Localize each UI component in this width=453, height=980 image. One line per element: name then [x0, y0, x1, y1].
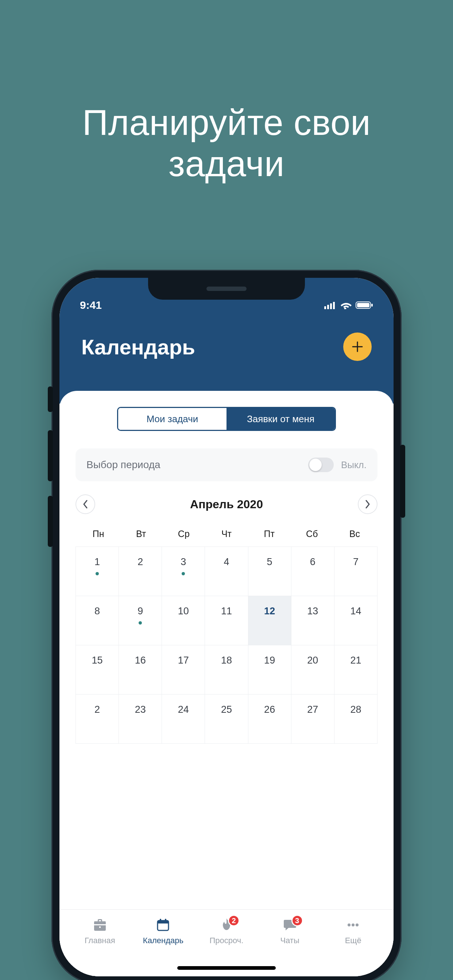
day-number: 6	[310, 556, 316, 568]
calendar-day[interactable]: 19	[248, 645, 292, 695]
segment-my-tasks[interactable]: Мои задачи	[118, 408, 226, 430]
battery-icon	[356, 301, 373, 309]
event-dot	[182, 572, 185, 575]
calendar-day[interactable]: 28	[335, 695, 378, 744]
svg-point-12	[352, 923, 354, 926]
chevron-right-icon	[365, 500, 370, 509]
content-panel: Мои задачи Заявки от меня Выбор периода …	[59, 391, 394, 976]
screen: 9:41 Календарь Мои задачи Заявки от меня	[59, 278, 394, 976]
weekday-label: Сб	[291, 529, 333, 539]
tab-label: Календарь	[143, 936, 183, 945]
calendar-day[interactable]: 25	[205, 695, 248, 744]
calendar-day[interactable]: 1	[76, 547, 119, 596]
day-number: 4	[223, 556, 229, 568]
home-indicator[interactable]	[177, 966, 276, 970]
calendar-day[interactable]: 12	[248, 596, 292, 645]
promo-title: Планируйте свои задачи	[0, 102, 453, 184]
svg-point-11	[348, 923, 351, 926]
side-button-power	[400, 445, 405, 518]
day-number: 26	[264, 704, 275, 715]
day-number: 2	[94, 704, 100, 715]
svg-rect-10	[165, 919, 166, 922]
chevron-left-icon	[83, 500, 88, 509]
calendar-icon	[156, 918, 170, 932]
calendar-day[interactable]: 9	[119, 596, 162, 645]
calendar-day[interactable]: 24	[162, 695, 205, 744]
month-label: Апрель 2020	[190, 498, 263, 511]
svg-rect-1	[327, 305, 329, 309]
day-number: 13	[307, 606, 318, 617]
side-button-volume-down	[48, 496, 53, 547]
period-toggle[interactable]	[308, 458, 334, 472]
cellular-icon	[324, 301, 337, 309]
calendar-day[interactable]: 26	[248, 695, 292, 744]
calendar-day[interactable]: 15	[76, 645, 119, 695]
month-navigator: Апрель 2020	[75, 495, 378, 514]
calendar-day[interactable]: 27	[292, 695, 335, 744]
day-number: 25	[221, 704, 232, 715]
period-toggle-state: Выкл.	[341, 460, 367, 471]
badge-overdue: 2	[228, 915, 239, 926]
next-month-button[interactable]	[358, 495, 378, 514]
weekday-label: Чт	[205, 529, 248, 539]
segmented-control: Мои задачи Заявки от меня	[117, 407, 336, 431]
svg-rect-8	[158, 921, 169, 923]
weekday-label: Вт	[120, 529, 162, 539]
side-button-silence	[48, 387, 53, 412]
day-number: 24	[178, 704, 189, 715]
weekday-label: Пн	[77, 529, 120, 539]
header-row: Календарь	[59, 318, 394, 361]
event-dot	[139, 621, 142, 625]
day-number: 19	[264, 655, 275, 666]
calendar-day[interactable]: 13	[292, 596, 335, 645]
day-number: 20	[307, 655, 318, 666]
promo-line1: Планируйте свои	[0, 102, 453, 143]
side-button-volume-up	[48, 430, 53, 481]
day-number: 8	[94, 606, 100, 617]
calendar-grid: 1234567891011121314151617181920212232425…	[75, 547, 378, 744]
calendar-day[interactable]: 17	[162, 645, 205, 695]
tab-label: Просроч.	[210, 936, 244, 945]
svg-rect-3	[333, 302, 335, 309]
calendar-day[interactable]: 3	[162, 547, 205, 596]
svg-rect-9	[160, 919, 161, 922]
speaker	[206, 286, 247, 291]
calendar-day[interactable]: 5	[248, 547, 292, 596]
day-number: 14	[350, 606, 361, 617]
day-number: 5	[267, 556, 273, 568]
status-time: 9:41	[80, 299, 102, 311]
calendar-day[interactable]: 2	[76, 695, 119, 744]
segment-requests-from-me[interactable]: Заявки от меня	[226, 408, 335, 430]
plus-icon	[351, 340, 364, 353]
add-button[interactable]	[343, 332, 372, 361]
calendar-day[interactable]: 20	[292, 645, 335, 695]
calendar-day[interactable]: 7	[335, 547, 378, 596]
calendar-day[interactable]: 21	[335, 645, 378, 695]
svg-rect-0	[324, 306, 326, 309]
calendar-day[interactable]: 6	[292, 547, 335, 596]
tab-home[interactable]: Главная	[68, 917, 132, 976]
day-number: 10	[178, 606, 189, 617]
notch	[148, 278, 305, 300]
calendar-day[interactable]: 11	[205, 596, 248, 645]
calendar-day[interactable]: 18	[205, 645, 248, 695]
calendar-day[interactable]: 16	[119, 645, 162, 695]
status-icons	[324, 301, 373, 309]
calendar-day[interactable]: 14	[335, 596, 378, 645]
calendar-day[interactable]: 2	[119, 547, 162, 596]
tab-label: Главная	[85, 936, 115, 945]
tab-more[interactable]: Ещё	[321, 917, 385, 976]
calendar-day[interactable]: 10	[162, 596, 205, 645]
day-number: 7	[353, 556, 359, 568]
tab-label: Чаты	[280, 936, 299, 945]
calendar-day[interactable]: 23	[119, 695, 162, 744]
calendar-day[interactable]: 4	[205, 547, 248, 596]
day-number: 12	[264, 606, 275, 617]
day-number: 28	[350, 704, 361, 715]
page-title: Календарь	[81, 335, 195, 359]
phone-frame: 9:41 Календарь Мои задачи Заявки от меня	[51, 270, 402, 980]
calendar-day[interactable]: 8	[76, 596, 119, 645]
prev-month-button[interactable]	[75, 495, 95, 514]
day-number: 27	[307, 704, 318, 715]
badge-chats: 3	[292, 915, 303, 926]
